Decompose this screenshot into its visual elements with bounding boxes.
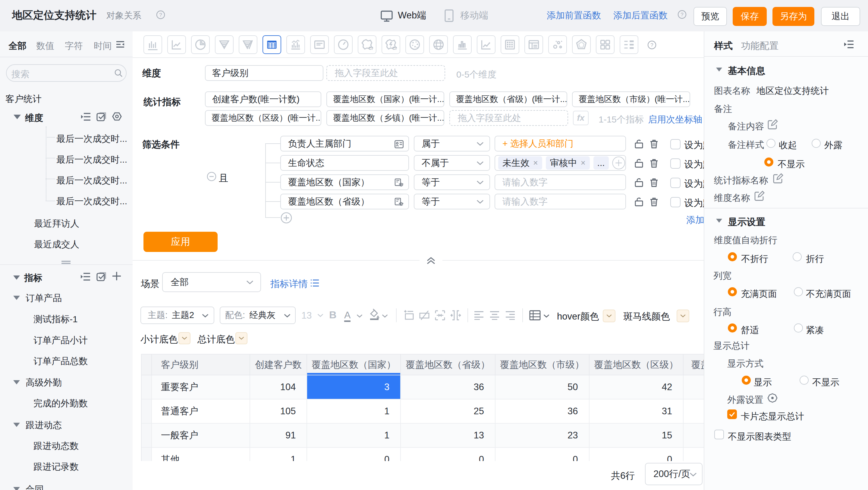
svg-text:?: ? bbox=[159, 12, 162, 18]
svg-text:?: ? bbox=[681, 12, 683, 18]
svg-text:CN: CN bbox=[368, 46, 373, 51]
svg-text:?: ? bbox=[650, 42, 653, 48]
svg-text:CN: CN bbox=[392, 46, 397, 51]
